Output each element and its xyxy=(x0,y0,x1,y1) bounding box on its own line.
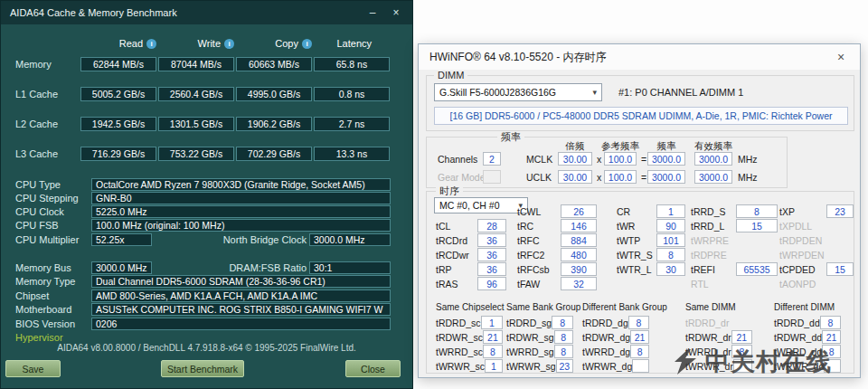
timing-cell: tRDWR_dg21 xyxy=(582,330,649,344)
hwinfo-titlebar[interactable]: HWiNFO® 64 v8.10-5520 - 内存时序 × xyxy=(419,44,860,70)
timing-label: tRDPDEN xyxy=(779,235,826,246)
timing-cell: tCL28 xyxy=(436,219,506,232)
bench-value: 1942.5 GB/s xyxy=(80,117,156,131)
start-benchmark-button[interactable]: Start Benchmark xyxy=(161,360,244,377)
column-header-read: Read i xyxy=(80,38,156,49)
uclk-ratio: 30.00 xyxy=(558,170,592,184)
timing-label: tRDRD_dr xyxy=(685,318,731,328)
timing-label: tRCDwr xyxy=(436,250,477,261)
timing-cell: CR1 xyxy=(617,204,685,218)
watermark-text: 中关村在线 xyxy=(705,346,832,378)
timing-cell: tWRWR_dg xyxy=(582,359,649,373)
timing-label: tCL xyxy=(436,221,477,232)
timing-cell: tWTR_L30 xyxy=(617,262,685,276)
timing-cell: tWR90 xyxy=(617,219,685,232)
timing-label: tRAS xyxy=(436,279,477,289)
timing-label: tREFI xyxy=(691,264,736,275)
timing-label: tWRPDEN xyxy=(779,250,826,261)
channels-label: Channels xyxy=(438,154,477,165)
timing-value: 21 xyxy=(731,330,752,344)
close-button[interactable]: Close xyxy=(345,360,401,377)
timing-label: tXP xyxy=(779,206,826,217)
close-icon[interactable]: × xyxy=(833,50,849,64)
timing-cell: tXP23 xyxy=(779,204,854,218)
uclk-effective: 3000.0 xyxy=(694,170,732,184)
info-icon[interactable]: i xyxy=(224,39,234,49)
dimm-selector-dropdown[interactable]: G.Skill F5-6000J2836G16G ▾ xyxy=(434,83,602,101)
gear-mode-label: Gear Mode xyxy=(438,172,486,183)
timing-value: 21 xyxy=(483,330,503,344)
info-label: CPU Stepping xyxy=(15,193,79,204)
timing-label: tCPDED xyxy=(779,264,826,275)
timing-label: tRP xyxy=(436,264,477,275)
dimm-group-label: DIMM xyxy=(434,70,467,81)
timing-label: tWRRD_sg xyxy=(506,346,554,357)
minimize-icon[interactable]: – xyxy=(365,6,380,19)
info-icon[interactable]: i xyxy=(146,39,156,49)
zol-logo-icon xyxy=(673,348,700,375)
mclk-ref: 100.0 xyxy=(604,152,637,166)
timing-value: 8 xyxy=(656,248,685,261)
timing-value: 8 xyxy=(552,316,573,329)
timing-cell: tWTP101 xyxy=(617,233,685,247)
timing-value: 8 xyxy=(820,316,841,329)
timing-value: 480 xyxy=(561,248,597,261)
timing-cell: tRDWR_sc21 xyxy=(436,330,503,344)
timing-cell: tRDPRE xyxy=(691,248,778,261)
timing-label: tWRWR_sg xyxy=(506,361,556,372)
timing-value: 390 xyxy=(561,262,597,276)
uclk-ref: 100.0 xyxy=(604,170,637,184)
bench-value: 2.7 ns xyxy=(314,117,390,131)
timing-label: tWTR_L xyxy=(617,264,656,275)
info-icon[interactable]: i xyxy=(302,39,312,49)
aida64-titlebar[interactable]: AIDA64 Cache & Memory Benchmark – × xyxy=(1,1,412,24)
timing-label: tRDWR_sc xyxy=(436,332,483,343)
timing-cell: tREFI65535 xyxy=(691,262,778,276)
dimm-slot-label: #1: P0 CHANNEL A/DIMM 1 xyxy=(618,87,743,98)
ratio-header: 倍频 xyxy=(552,140,598,153)
timing-cell: tWRRD_sg8 xyxy=(506,345,573,358)
timing-label: tRDPRE xyxy=(691,250,736,261)
grid-header-different-dimm: Different DIMM xyxy=(774,302,835,312)
timing-value: 1 xyxy=(481,316,503,329)
timing-cell: tRC146 xyxy=(517,219,597,232)
timing-value: 884 xyxy=(561,233,597,247)
timing-label: tWRPRE xyxy=(691,235,736,246)
save-button[interactable]: Save xyxy=(5,360,61,377)
column-header-label: Read xyxy=(119,38,143,49)
memory-controller-dropdown[interactable]: MC #0, CH #0 ▾ xyxy=(434,197,528,213)
timing-value: 90 xyxy=(656,219,685,232)
timing-value: 30 xyxy=(656,262,685,276)
info-value: GNR-B0 xyxy=(91,192,391,204)
mclk-effective: 3000.0 xyxy=(694,152,732,166)
info-value: 3000.0 MHz xyxy=(91,261,152,274)
timing-label: tCWL xyxy=(517,206,561,217)
timing-cell: tWTR_S8 xyxy=(617,248,685,261)
info-label: BIOS Version xyxy=(15,318,75,329)
timing-value: 36 xyxy=(477,233,506,247)
gear-mode-value xyxy=(483,170,501,184)
close-icon[interactable]: × xyxy=(389,6,403,19)
timing-cell: tRAS96 xyxy=(436,277,506,290)
timing-label: CR xyxy=(617,206,656,217)
timing-cell: RTL xyxy=(691,277,778,290)
info-value: 52.25x xyxy=(91,233,152,246)
uclk-unit: MHz xyxy=(738,172,758,183)
multiply-sign: x xyxy=(597,154,601,165)
info-label: CPU Multiplier xyxy=(15,234,79,245)
info-label: Chipset xyxy=(15,290,49,301)
button-label: Close xyxy=(361,364,385,375)
timing-cell: tWRRD_sc8 xyxy=(436,345,503,358)
column-header-latency: Latency xyxy=(314,38,390,49)
timing-cell: tWRPRE xyxy=(691,233,778,247)
bench-value: 702.29 GB/s xyxy=(236,147,312,161)
timing-value: 36 xyxy=(477,262,506,276)
timing-value: 23 xyxy=(826,204,854,218)
timing-value: 28 xyxy=(477,219,506,232)
bench-value: 62844 MB/s xyxy=(80,57,156,71)
bench-row-label: L3 Cache xyxy=(15,148,58,159)
mclk-frequency: 3000.0 xyxy=(647,152,685,166)
info-value: ASUSTeK COMPUTER INC. ROG STRIX B850-I G… xyxy=(91,303,391,316)
timing-value: 65535 xyxy=(736,262,778,276)
equals-sign: = xyxy=(641,172,646,183)
